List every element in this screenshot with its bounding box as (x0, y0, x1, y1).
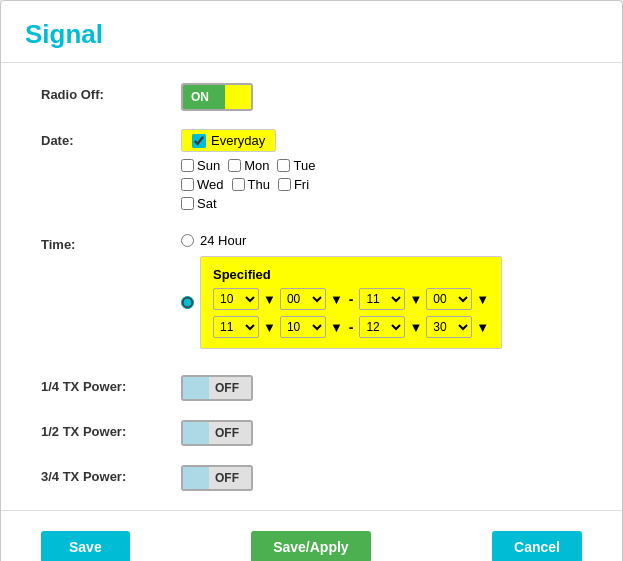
day-thu[interactable]: Thu (232, 177, 270, 192)
radio-specified[interactable] (181, 296, 194, 309)
label-fri: Fri (294, 177, 309, 192)
tx-power-1-row: 1/4 TX Power: OFF (41, 375, 582, 402)
time2-dash: - (347, 319, 356, 335)
time2-sep4: ▼ (476, 320, 489, 335)
date-control: Everyday Sun Mon Tu (181, 129, 582, 215)
radio-24h-item: 24 Hour (181, 233, 582, 248)
tx-power-3-thumb (183, 467, 209, 489)
radio-24h[interactable] (181, 234, 194, 247)
radio-off-row: Radio Off: ON (41, 83, 582, 111)
day-row-1: Sun Mon Tue (181, 158, 582, 173)
tx-power-3-toggle[interactable]: OFF (181, 465, 253, 491)
specified-block: Specified 10 11 12 ▼ 00 (200, 256, 502, 349)
tx-power-1-label: 1/4 TX Power: (41, 375, 181, 394)
time-row: Time: 24 Hour Specified 10 (41, 233, 582, 357)
tx-power-3-label: 3/4 TX Power: (41, 465, 181, 484)
time-label: Time: (41, 233, 181, 252)
tx-power-1-thumb (183, 377, 209, 399)
time1-sep2: ▼ (330, 292, 343, 307)
day-sun[interactable]: Sun (181, 158, 220, 173)
time2-sep3: ▼ (409, 320, 422, 335)
time1-to-m[interactable]: 00 05 10 (426, 288, 472, 310)
everyday-checkbox-label[interactable]: Everyday (181, 129, 276, 152)
label-wed: Wed (197, 177, 224, 192)
tx-power-2-label: 1/2 TX Power: (41, 420, 181, 439)
tx-power-3-row: 3/4 TX Power: OFF (41, 465, 582, 492)
time1-dash: - (347, 291, 356, 307)
specified-label: Specified (213, 267, 271, 282)
radio-specified-item: Specified 10 11 12 ▼ 00 (181, 256, 582, 349)
day-wed[interactable]: Wed (181, 177, 224, 192)
day-checkboxes: Sun Mon Tue W (181, 158, 582, 211)
label-mon: Mon (244, 158, 269, 173)
tx-power-2-row: 1/2 TX Power: OFF (41, 420, 582, 447)
everyday-text: Everyday (211, 133, 265, 148)
main-window: Signal Radio Off: ON Date: Everyday (0, 0, 623, 561)
time1-sep3: ▼ (409, 292, 422, 307)
day-row-3: Sat (181, 196, 582, 211)
time-row-2: 11 12 ▼ 10 00 05 ▼ - (213, 316, 489, 338)
checkbox-sat[interactable] (181, 197, 194, 210)
cancel-button[interactable]: Cancel (492, 531, 582, 561)
date-row: Date: Everyday Sun Mon (41, 129, 582, 215)
time-row-1: 10 11 12 ▼ 00 05 10 ▼ - (213, 288, 489, 310)
tx-power-1-state: OFF (209, 377, 251, 399)
time1-from-m[interactable]: 00 05 10 (280, 288, 326, 310)
save-button[interactable]: Save (41, 531, 130, 561)
tx-power-3-control: OFF (181, 465, 582, 492)
toggle-thumb (225, 85, 251, 109)
time1-sep4: ▼ (476, 292, 489, 307)
tx-power-2-thumb (183, 422, 209, 444)
checkbox-thu[interactable] (232, 178, 245, 191)
toggle-on-text: ON (183, 85, 225, 109)
time1-sep1: ▼ (263, 292, 276, 307)
checkbox-wed[interactable] (181, 178, 194, 191)
tx-power-2-state: OFF (209, 422, 251, 444)
checkbox-fri[interactable] (278, 178, 291, 191)
label-sun: Sun (197, 158, 220, 173)
tx-power-1-control: OFF (181, 375, 582, 402)
label-thu: Thu (248, 177, 270, 192)
label-tue: Tue (293, 158, 315, 173)
checkbox-mon[interactable] (228, 159, 241, 172)
tx-power-3-state: OFF (209, 467, 251, 489)
time2-to-m[interactable]: 30 00 05 (426, 316, 472, 338)
checkbox-tue[interactable] (277, 159, 290, 172)
time2-sep2: ▼ (330, 320, 343, 335)
button-row: Save Save/Apply Cancel (1, 510, 622, 561)
time2-to-h[interactable]: 12 11 (359, 316, 405, 338)
page-title: Signal (1, 1, 622, 63)
save-apply-button[interactable]: Save/Apply (251, 531, 370, 561)
day-sat[interactable]: Sat (181, 196, 217, 211)
radio-off-control: ON (181, 83, 582, 111)
radio-24h-label: 24 Hour (200, 233, 246, 248)
time1-from-h[interactable]: 10 11 12 (213, 288, 259, 310)
day-row-2: Wed Thu Fri (181, 177, 582, 192)
time2-sep1: ▼ (263, 320, 276, 335)
tx-power-2-toggle[interactable]: OFF (181, 420, 253, 446)
everyday-checkbox[interactable] (192, 134, 206, 148)
time-control: 24 Hour Specified 10 11 12 (181, 233, 582, 357)
tx-power-2-control: OFF (181, 420, 582, 447)
date-label: Date: (41, 129, 181, 148)
radio-off-toggle[interactable]: ON (181, 83, 253, 111)
label-sat: Sat (197, 196, 217, 211)
tx-power-1-toggle[interactable]: OFF (181, 375, 253, 401)
radio-off-label: Radio Off: (41, 83, 181, 102)
day-mon[interactable]: Mon (228, 158, 269, 173)
time2-from-m[interactable]: 10 00 05 (280, 316, 326, 338)
form-content: Radio Off: ON Date: Everyday (1, 83, 622, 492)
specified-label-row: Specified (213, 267, 489, 282)
time2-from-h[interactable]: 11 12 (213, 316, 259, 338)
checkbox-sun[interactable] (181, 159, 194, 172)
day-tue[interactable]: Tue (277, 158, 315, 173)
day-fri[interactable]: Fri (278, 177, 309, 192)
time1-to-h[interactable]: 11 12 (359, 288, 405, 310)
